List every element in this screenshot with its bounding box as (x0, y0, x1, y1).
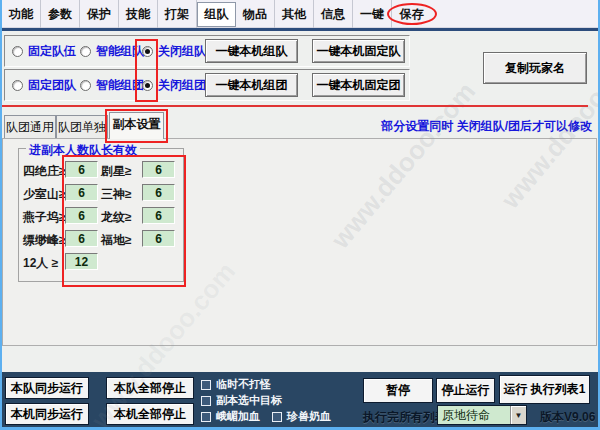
dungeon-count-input[interactable] (142, 230, 175, 247)
dungeon-count-input[interactable] (65, 161, 98, 178)
tab-dajia[interactable]: 打架 (158, 0, 197, 28)
dungeon-count-input[interactable] (142, 184, 175, 201)
dungeon-label-12: 12人 ≥ (23, 255, 58, 272)
checkbox-label: 峨嵋加血 (216, 409, 260, 424)
radio-label: 固定团队 (28, 77, 76, 94)
tab-xinxi[interactable]: 信息 (314, 0, 353, 28)
dungeon-count-input[interactable] (65, 207, 98, 224)
dropdown-value: 原地待命 (438, 407, 510, 424)
chevron-down-icon[interactable]: ▼ (510, 406, 526, 424)
one-key-team-button[interactable]: 一键本机组队 (205, 39, 298, 63)
main-tabbar: 功能 参数 保护 技能 打架 组队 物品 其他 信息 一键 保存 (0, 0, 600, 28)
pause-button[interactable]: 暂停 (363, 378, 433, 403)
settings-note: 部分设置同时 关闭组队/团后才可以修改 (360, 118, 592, 135)
radio-label: 智能组团 (96, 77, 144, 94)
radio-smart-raid[interactable]: 智能组团 (80, 74, 144, 96)
tab-jineng[interactable]: 技能 (119, 0, 158, 28)
stop-run-button[interactable]: 停止运行 (436, 378, 495, 403)
tab-team-single[interactable]: 队团单独 (56, 115, 108, 139)
tab-baohu[interactable]: 保护 (80, 0, 119, 28)
radio-icon[interactable] (12, 80, 23, 91)
tabbar-separator (0, 28, 600, 31)
radio-label: 关闭组队 (158, 43, 206, 60)
dungeon-count-input[interactable] (65, 230, 98, 247)
after-action-dropdown[interactable]: 原地待命 ▼ (437, 405, 527, 425)
tab-gongneng[interactable]: 功能 (2, 0, 41, 28)
tab-wupin[interactable]: 物品 (236, 0, 275, 28)
radio-icon[interactable] (12, 46, 23, 57)
radio-label: 智能组队 (96, 43, 144, 60)
radio-label: 固定队伍 (28, 43, 76, 60)
copy-player-name-button[interactable]: 复制玩家名 (483, 52, 587, 84)
checkbox-pet-heal[interactable]: 珍兽奶血 (272, 409, 331, 424)
checkbox-icon[interactable] (201, 380, 211, 390)
checkbox-no-fight-temp[interactable]: 临时不打怪 (201, 377, 271, 392)
checkbox-label: 临时不打怪 (216, 377, 271, 392)
app-window: www.ddooo.com www.ddooo.com www.ddooo.co… (0, 0, 600, 430)
radio-icon[interactable] (80, 80, 91, 91)
dungeon-count-input[interactable] (142, 161, 175, 178)
checkbox-label: 珍兽奶血 (287, 409, 331, 424)
checkbox-icon[interactable] (201, 412, 211, 422)
team-stop-all-button[interactable]: 本队全部停止 (106, 377, 194, 399)
radio-fixed-team[interactable]: 固定队伍 (12, 40, 76, 62)
one-key-fixed-raid-button[interactable]: 一键本机固定团 (312, 73, 405, 97)
dungeon-label: 四绝庄≥ (23, 163, 66, 180)
tab-zudui-active[interactable]: 组队 (197, 2, 236, 27)
radio-selected-icon[interactable] (142, 80, 153, 91)
radio-icon[interactable] (80, 46, 91, 57)
tab-team-common[interactable]: 队团通用 (4, 115, 56, 139)
checkbox-label: 副本选中目标 (216, 393, 282, 408)
tab-baocun[interactable]: 保存 (392, 0, 431, 28)
run-list-button[interactable]: 运行 执行列表1 (499, 375, 590, 404)
radio-fixed-raid[interactable]: 固定团队 (12, 74, 76, 96)
one-key-fixed-team-button[interactable]: 一键本机固定队 (312, 39, 405, 63)
dungeon-count-input-12[interactable] (65, 253, 98, 270)
dungeon-groupbox-title: 进副本人数队长有效 (26, 142, 140, 159)
one-key-raid-button[interactable]: 一键本机组团 (205, 73, 298, 97)
radio-close-team[interactable]: 关闭组队 (142, 40, 206, 62)
tab-dungeon-settings-active[interactable]: 副本设置 (109, 112, 164, 139)
after-all-lists-label: 执行完所有列表 (363, 409, 447, 426)
checkbox-emei-heal[interactable]: 峨嵋加血 (201, 409, 260, 424)
local-sync-run-button[interactable]: 本机同步运行 (5, 403, 89, 425)
tab-canshu[interactable]: 参数 (41, 0, 80, 28)
dungeon-label: 剧星≥ (101, 163, 132, 180)
dungeon-label: 福地≥ (101, 232, 132, 249)
checkbox-icon[interactable] (272, 412, 282, 422)
tab-qita[interactable]: 其他 (275, 0, 314, 28)
window-border-left (0, 0, 2, 430)
dungeon-label: 少室山≥ (23, 186, 66, 203)
radio-label: 关闭组团 (158, 77, 206, 94)
team-sync-run-button[interactable]: 本队同步运行 (5, 377, 89, 399)
local-stop-all-button[interactable]: 本机全部停止 (106, 403, 194, 425)
checkbox-icon[interactable] (201, 396, 211, 406)
dungeon-label: 三神≥ (101, 186, 132, 203)
radio-smart-team[interactable]: 智能组队 (80, 40, 144, 62)
radio-selected-icon[interactable] (142, 46, 153, 57)
dungeon-label: 缥缈峰≥ (23, 232, 66, 249)
annotation-red-line (2, 105, 588, 107)
radio-close-raid[interactable]: 关闭组团 (142, 74, 206, 96)
dungeon-count-input[interactable] (65, 184, 98, 201)
checkbox-dungeon-target[interactable]: 副本选中目标 (201, 393, 282, 408)
dungeon-count-input[interactable] (142, 207, 175, 224)
dungeon-label: 龙纹≥ (101, 209, 132, 226)
dungeon-label: 燕子坞≥ (23, 209, 66, 226)
tab-yijian[interactable]: 一键 (353, 0, 392, 28)
version-label: 版本V9.06 (540, 409, 595, 426)
